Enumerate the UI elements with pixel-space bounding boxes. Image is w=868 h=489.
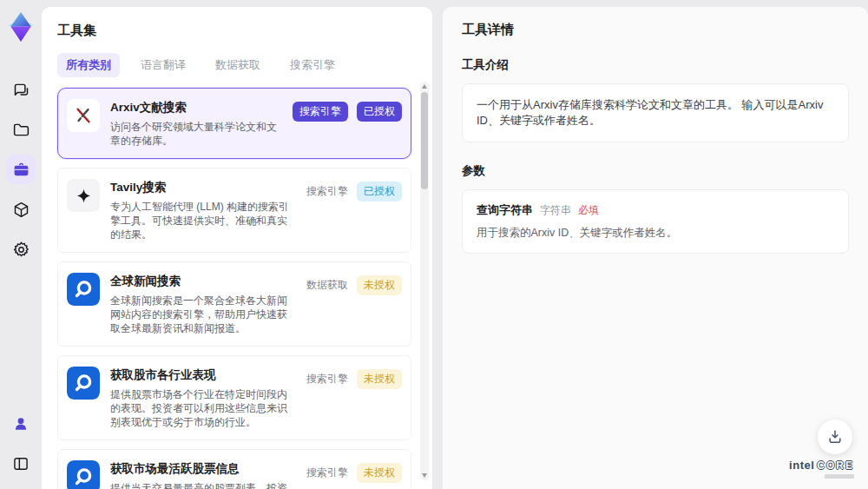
blue-search-app-icon <box>67 273 100 306</box>
tool-list-panel: 工具集 所有类别 语言翻译 数据获取 搜索引擎 Arxiv文献搜索 访问各个研究… <box>42 7 432 489</box>
tool-tag: 搜索引擎 <box>306 463 348 483</box>
param-head: 查询字符串 字符串 必填 <box>477 202 834 218</box>
tool-card[interactable]: Tavily搜索 专为人工智能代理 (LLM) 构建的搜索引擎工具。可快速提供实… <box>57 168 411 253</box>
tool-tag: 已授权 <box>357 182 402 202</box>
tool-intro-text: 一个用于从Arxiv存储库搜索科学论文和文章的工具。 输入可以是Arxiv ID… <box>462 83 849 142</box>
blue-search-app-icon <box>67 367 100 400</box>
intro-heading: 工具介绍 <box>462 57 849 73</box>
tool-tags: 搜索引擎已授权 <box>293 99 402 148</box>
param-card: 查询字符串 字符串 必填 用于搜索的Arxiv ID、关键字或作者姓名。 <box>462 189 849 254</box>
toolbox-icon[interactable] <box>6 155 36 184</box>
page-title: 工具集 <box>57 23 432 39</box>
user-icon[interactable] <box>6 409 36 439</box>
tool-desc: 全球新闻搜索是一个聚合全球各大新闻网站内容的搜索引擎，帮助用户快速获取全球最新资… <box>110 294 296 335</box>
brand-primary: intel <box>789 459 814 472</box>
scrollbar-thumb[interactable] <box>421 92 428 189</box>
detail-title: 工具详情 <box>462 22 849 38</box>
tool-tag: 未授权 <box>357 463 402 483</box>
tool-name: 获取市场最活跃股票信息 <box>110 461 296 477</box>
tab-label: 语言翻译 <box>141 58 186 71</box>
scroll-down-icon[interactable] <box>422 473 427 478</box>
tool-tag: 未授权 <box>357 275 402 295</box>
tool-tags: 搜索引擎已授权 <box>306 179 402 241</box>
param-type: 字符串 <box>540 203 571 218</box>
tab-1[interactable]: 语言翻译 <box>132 53 194 77</box>
tab-all-categories[interactable]: 所有类别 <box>57 53 120 77</box>
cube-icon[interactable] <box>6 195 36 224</box>
tool-card[interactable]: 获取股市各行业表现 提供股票市场各个行业在特定时间段内的表现。投资者可以利用这些… <box>57 355 411 440</box>
tab-label: 数据获取 <box>215 58 260 71</box>
folder-icon[interactable] <box>6 115 36 144</box>
app-window: 工具集 所有类别 语言翻译 数据获取 搜索引擎 Arxiv文献搜索 访问各个研究… <box>0 0 868 489</box>
tool-desc: 提供股票市场各个行业在特定时间段内的表现。投资者可以利用这些信息来识别表现优于或… <box>110 387 296 429</box>
tool-name: 全球新闻搜索 <box>110 274 296 289</box>
tool-detail-panel: 工具详情 工具介绍 一个用于从Arxiv存储库搜索科学论文和文章的工具。 输入可… <box>443 7 868 489</box>
brand-secondary: core <box>817 459 854 472</box>
params-heading: 参数 <box>462 163 849 179</box>
tool-list: Arxiv文献搜索 访问各个研究领域大量科学论文和文章的存储库。 搜索引擎已授权… <box>57 88 411 489</box>
arxiv-logo-icon <box>67 99 100 132</box>
tool-tags: 数据获取未授权 <box>306 273 402 335</box>
tool-tag: 已授权 <box>357 102 402 122</box>
tool-tags: 搜索引擎未授权 <box>306 460 402 489</box>
panel-toggle-icon[interactable] <box>6 449 36 479</box>
param-name: 查询字符串 <box>477 202 533 218</box>
blue-search-app-icon <box>67 460 100 489</box>
tab-label: 所有类别 <box>66 58 111 71</box>
panel-divider <box>432 7 443 489</box>
tool-card[interactable]: Arxiv文献搜索 访问各个研究领域大量科学论文和文章的存储库。 搜索引擎已授权 <box>57 88 411 159</box>
left-rail <box>0 7 42 489</box>
tab-label: 搜索引擎 <box>290 58 335 71</box>
scroll-up-icon[interactable] <box>422 84 427 89</box>
download-icon <box>826 428 844 446</box>
param-desc: 用于搜索的Arxiv ID、关键字或作者姓名。 <box>477 226 834 241</box>
tool-tag: 搜索引擎 <box>293 102 348 122</box>
download-button[interactable] <box>818 420 852 454</box>
tool-tag: 搜索引擎 <box>306 369 348 389</box>
intel-core-logo: intel core <box>789 459 854 479</box>
tab-2[interactable]: 数据获取 <box>207 53 269 77</box>
tool-tag: 数据获取 <box>306 275 348 295</box>
tool-card[interactable]: 全球新闻搜索 全球新闻搜索是一个聚合全球各大新闻网站内容的搜索引擎，帮助用户快速… <box>57 261 411 347</box>
tab-3[interactable]: 搜索引擎 <box>281 53 344 77</box>
param-required-badge: 必填 <box>578 203 599 218</box>
brand-sub-mark <box>825 474 854 479</box>
tool-desc: 提供当天交易量最高的股票列表。投资者可以利用这些信息来识别流动性强的股票和潜在的… <box>110 481 296 489</box>
tool-tag: 未授权 <box>357 369 402 389</box>
tool-name: Arxiv文献搜索 <box>110 100 282 116</box>
tool-name: Tavily搜索 <box>110 180 296 195</box>
gear-icon[interactable] <box>6 235 36 264</box>
category-tabs: 所有类别 语言翻译 数据获取 搜索引擎 <box>57 53 432 77</box>
tool-tag: 搜索引擎 <box>306 182 348 202</box>
tool-card[interactable]: 获取市场最活跃股票信息 提供当天交易量最高的股票列表。投资者可以利用这些信息来识… <box>57 449 411 489</box>
tool-name: 获取股市各行业表现 <box>110 367 296 383</box>
chat-icon[interactable] <box>6 75 36 104</box>
list-scrollbar[interactable] <box>420 82 429 480</box>
sparkle-icon <box>67 179 100 212</box>
rail-bottom <box>6 404 36 489</box>
app-logo-icon[interactable] <box>3 9 38 45</box>
tool-desc: 专为人工智能代理 (LLM) 构建的搜索引擎工具。可快速提供实时、准确和真实的结… <box>110 200 296 241</box>
tool-tags: 搜索引擎未授权 <box>306 367 402 429</box>
tool-desc: 访问各个研究领域大量科学论文和文章的存储库。 <box>110 120 282 148</box>
